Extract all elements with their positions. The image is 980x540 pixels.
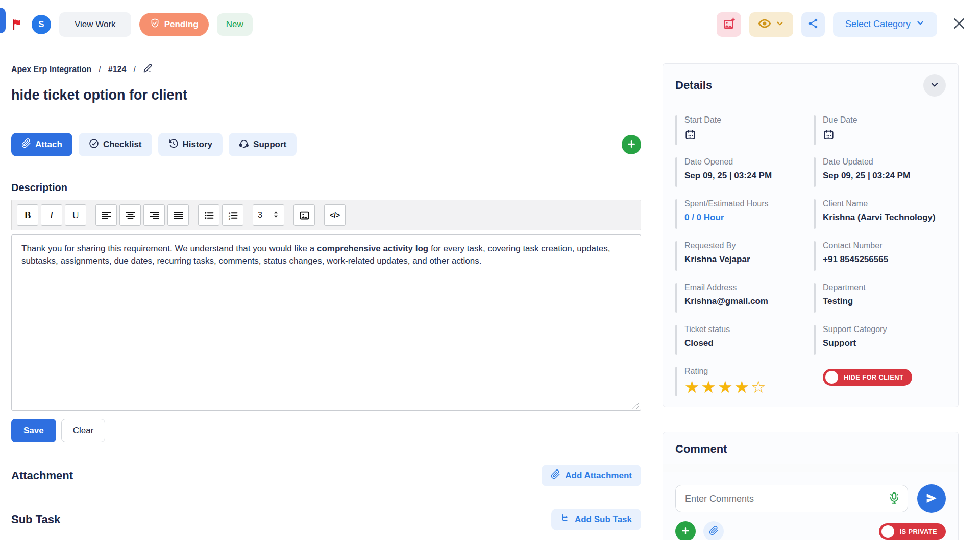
avatar[interactable]: S (32, 15, 51, 34)
field-rating: Rating ★★★★☆ (675, 367, 807, 396)
subtask-section: Sub Task Add Sub Task (11, 509, 641, 530)
subtask-tree-icon (560, 513, 570, 526)
attachment-section: Attachment Add Attachment (11, 465, 641, 486)
edit-title-icon[interactable] (143, 63, 153, 75)
share-icon (807, 18, 819, 31)
description-text-bold: comprehensive activity log (317, 244, 428, 253)
tab-attach[interactable]: Attach (11, 133, 72, 156)
plus-icon (680, 526, 691, 537)
field-due-date: Due Date (814, 115, 946, 145)
hide-for-client-toggle[interactable]: HIDE FOR CLIENT (823, 369, 912, 386)
comment-input-wrap (675, 485, 908, 512)
comment-actions: IS PRIVATE (675, 521, 946, 540)
rating-stars[interactable]: ★★★★☆ (684, 379, 768, 395)
details-grid: Start Date Due Date (675, 115, 946, 396)
underline-button[interactable]: U (65, 204, 86, 226)
is-private-toggle[interactable]: IS PRIVATE (879, 523, 946, 540)
italic-button[interactable]: I (41, 204, 62, 226)
headset-icon (239, 138, 249, 151)
add-comment-button[interactable] (675, 521, 696, 540)
paperclip-icon (21, 138, 31, 151)
calendar-icon[interactable] (684, 129, 696, 140)
breadcrumb-ticket-id[interactable]: #124 (108, 65, 127, 74)
tab-history[interactable]: History (158, 133, 223, 156)
star-empty: ☆ (751, 377, 768, 397)
align-left-button[interactable] (95, 204, 117, 226)
insert-image-button[interactable] (293, 204, 315, 226)
field-ticket-status: Ticket status Closed (675, 325, 807, 355)
comment-heading: Comment (675, 442, 727, 456)
bullet-list-button[interactable] (198, 204, 219, 226)
plus-icon (626, 139, 636, 151)
save-row: Save Clear (11, 419, 641, 442)
paperclip-icon (551, 469, 560, 482)
avatar-letter: S (38, 19, 44, 30)
status-badge-pending: Pending (139, 13, 209, 36)
close-icon (951, 16, 967, 33)
hours-link[interactable]: 0 / 0 Hour (684, 213, 769, 223)
insert-image-group (293, 204, 315, 226)
align-center-button[interactable] (119, 204, 141, 226)
field-date-updated: Date Updated Sep 09, 25 | 03:24 PM (814, 157, 946, 187)
details-collapse-button[interactable] (923, 74, 946, 97)
editor-toolbar: B I U (11, 200, 641, 230)
select-category-button[interactable]: Select Category (833, 12, 937, 37)
toggle-knob (881, 525, 894, 538)
image-plus-icon (723, 17, 735, 31)
description-editor[interactable]: Thank you for sharing this requirement. … (11, 234, 641, 411)
code-view-button[interactable]: </> (324, 204, 346, 226)
stars-filled: ★★★★ (684, 377, 751, 397)
add-image-button[interactable] (717, 12, 741, 37)
font-size-select[interactable]: 3 (253, 204, 284, 226)
send-icon (925, 491, 938, 506)
tab-support[interactable]: Support (229, 133, 297, 156)
field-requested-by: Requested By Krishna Vejapar (675, 241, 807, 271)
align-justify-button[interactable] (167, 204, 189, 226)
spinner-arrows-icon (273, 210, 279, 220)
bold-button[interactable]: B (17, 204, 38, 226)
description-text: Thank you for sharing this requirement. … (21, 244, 317, 253)
list-group: 123 (198, 204, 243, 226)
watch-dropdown-button[interactable] (749, 12, 793, 37)
pending-label: Pending (164, 19, 199, 30)
eye-icon (758, 17, 771, 32)
attach-comment-button[interactable] (703, 521, 724, 540)
comment-card: Comment (663, 432, 959, 540)
details-card: Details Start Date (663, 63, 959, 407)
align-right-button[interactable] (143, 204, 165, 226)
flag-icon[interactable] (11, 18, 23, 31)
resize-handle[interactable] (632, 402, 639, 409)
details-heading: Details (675, 79, 712, 92)
field-client-name: Client Name Krishna (Aarvi Technology) (814, 199, 946, 229)
clear-button[interactable]: Clear (61, 419, 106, 442)
ordered-list-button[interactable]: 123 (222, 204, 243, 226)
save-button[interactable]: Save (11, 419, 56, 442)
details-divider (675, 105, 946, 105)
history-icon (168, 138, 179, 151)
tab-checklist[interactable]: Checklist (79, 133, 152, 156)
align-group (95, 204, 189, 226)
field-department: Department Testing (814, 283, 946, 313)
breadcrumb-project[interactable]: Apex Erp Integration (11, 65, 91, 74)
comment-input[interactable] (675, 485, 908, 512)
edge-blue-tab[interactable] (0, 8, 6, 33)
toggle-knob (825, 371, 838, 384)
shield-check-icon (150, 18, 160, 31)
add-subtask-button[interactable]: Add Sub Task (551, 509, 641, 530)
field-hours: Spent/Estimated Hours 0 / 0 Hour (675, 199, 807, 229)
close-button[interactable] (951, 16, 967, 33)
calendar-icon[interactable] (823, 129, 835, 140)
svg-text:3: 3 (228, 217, 230, 220)
view-work-button[interactable]: View Work (59, 12, 131, 37)
comment-divider (663, 464, 958, 472)
field-date-opened: Date Opened Sep 09, 25 | 03:24 PM (675, 157, 807, 187)
action-row: Attach Checklist History Support (11, 133, 641, 156)
field-contact-number: Contact Number +91 8545256565 (814, 241, 946, 271)
mic-icon[interactable] (888, 491, 901, 507)
add-section-button[interactable] (622, 135, 641, 154)
send-comment-button[interactable] (917, 484, 946, 513)
check-circle-icon (89, 138, 99, 151)
share-button[interactable] (801, 12, 825, 37)
page-title: hide ticket option for client (11, 87, 641, 103)
add-attachment-button[interactable]: Add Attachment (542, 465, 641, 486)
